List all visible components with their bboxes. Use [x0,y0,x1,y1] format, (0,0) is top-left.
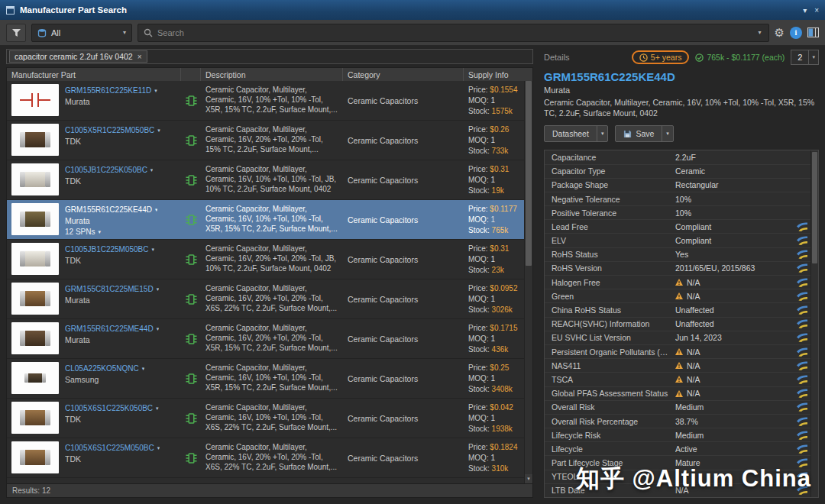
scrollbar-thumb[interactable] [526,81,532,266]
models-cell [181,121,201,160]
parameter-value: N/A [675,486,794,495]
manufacturer-part-cell: GRM155R61C225KE11D ▾ Murata [7,81,181,120]
part-dropdown-icon[interactable]: ▾ [157,445,160,451]
panel-menu-icon[interactable]: ▾ [803,6,807,15]
part-number-link[interactable]: C1005X6S1C225K050BC [65,404,153,412]
part-number-link[interactable]: CL05A225KO5NQNC [65,364,139,373]
supply-data-icon [794,361,810,370]
supply-data-icon [794,472,810,481]
stock-value: 23k [492,266,504,274]
search-input[interactable] [157,28,752,37]
table-row[interactable]: GRM155R61C225KE44D ▾ Murata 12 SPNs ▾ [7,200,524,240]
details-header: Details 5+ years 765k - $0.1177 (each) 2… [544,49,819,66]
capacitor-photo [20,212,50,227]
parameter-row: NAS411 N/A [545,359,810,373]
column-header-models[interactable] [181,68,201,81]
table-row[interactable]: CL05A225KO5NQNC ▾ Samsung [7,359,524,399]
column-header-manufacturer-part[interactable]: Manufacturer Part [7,68,181,81]
table-scrollbar[interactable]: ▾ [524,81,532,483]
parameter-value: Ceramic [675,166,794,176]
search-box[interactable]: ▾ [138,24,769,42]
part-dropdown-icon[interactable]: ▾ [157,128,160,134]
parameter-name: Overall Risk Percentage [552,417,675,426]
price-value: $0.1177 [490,205,516,213]
part-dropdown-icon[interactable]: ▾ [155,207,158,213]
filter-chip[interactable]: capacitor ceramic 2.2uf 16v 0402 × [9,50,147,63]
table-row[interactable]: C1005X5R1C225M050BC ▾ TDK [7,121,524,160]
part-dropdown-icon[interactable]: ▾ [157,326,160,332]
table-row[interactable]: C1005X6S1C225K050BC ▾ TDK [7,399,524,438]
part-dropdown-icon[interactable]: ▾ [156,405,159,412]
save-button[interactable]: Save ▾ [615,125,673,142]
search-icon [144,28,153,37]
part-number-link[interactable]: GRM155R61C225KE11D [65,86,151,95]
models-cell [181,319,201,358]
manufacturer-part-cell: C1005JB1C225K050BC ▾ TDK [7,160,181,199]
filter-button[interactable] [6,24,26,42]
capacitor-photo [20,172,50,187]
part-number-link[interactable]: C1005X5R1C225M050BC [65,126,154,134]
panel-close-icon[interactable]: × [814,6,819,15]
part-number-link[interactable]: C1005JB1C225K050BC [65,166,147,174]
part-number-link[interactable]: C1005X6S1C225M050BC [65,444,154,452]
details-scrollbar[interactable] [810,150,818,497]
gear-icon[interactable]: ⚙ [775,27,785,38]
datasheet-button[interactable]: Datasheet ▾ [544,125,608,142]
part-number-link[interactable]: C1005JB1C225M050BC [65,245,149,254]
table-row[interactable]: C1005X6S1C225M050BC ▾ TDK [7,438,524,478]
parameter-name: Capacitor Type [552,166,675,176]
scroll-down-icon[interactable]: ▾ [525,474,532,483]
table-row[interactable]: C1005JB1C225M050BC ▾ TDK [7,240,524,279]
parameter-name: LTB Date [552,486,675,495]
column-header-supply-info[interactable]: Supply Info [464,68,524,81]
parameter-name: EU SVHC List Version [552,333,675,342]
part-dropdown-icon[interactable]: ▾ [157,286,160,292]
table-row[interactable]: C1005JB1C225K050BC ▾ TDK [7,160,524,200]
capacitor-photo [24,373,46,383]
table-row[interactable]: GRM155R61C225KE11D ▾ Murata [7,81,524,121]
database-icon [37,28,47,37]
moq-value: 1 [490,454,495,462]
part-dropdown-icon[interactable]: ▾ [142,366,145,372]
part-number-link[interactable]: GRM155R61C225KE44D [65,205,152,214]
parameter-value: Mature [675,458,794,467]
part-dropdown-icon[interactable]: ▾ [150,167,154,173]
description-cell: Ceramic Capacitor, Multilayer, Ceramic, … [201,121,343,160]
detail-part-number: GRM155R61C225KE44D [544,70,819,83]
part-image [11,163,59,195]
parameter-name: REACH(SVHC) Information [552,319,675,328]
models-cell [181,438,201,477]
parameter-value: Unaffected [675,319,794,328]
part-dropdown-icon[interactable]: ▾ [152,247,155,253]
details-scrollbar-thumb[interactable] [812,152,817,263]
panel-titlebar[interactable]: Manufacturer Part Search ▾ × [0,0,825,20]
stock-value: 19k [492,186,504,195]
column-header-description[interactable]: Description [201,68,343,81]
table-row[interactable]: GRM155C81C225ME15D ▾ Murata [7,279,524,319]
search-scope-dropdown[interactable]: All ▾ [31,24,132,42]
capacitor-photo [20,450,50,465]
save-dropdown-icon[interactable]: ▾ [662,126,673,141]
datasheet-dropdown-icon[interactable]: ▾ [597,126,608,141]
parameter-row: RoHS Version 2011/65/EU, 2015/863 [545,262,810,276]
parameter-name: Global PFAS Assessment Status [552,389,675,398]
parameter-row: Negative Tolerance 10% [545,192,810,206]
results-pane: capacitor ceramic 2.2uf 16v 0402 × Manuf… [6,49,533,498]
table-row[interactable]: GRM155R61C225ME44D ▾ Murata [7,319,524,359]
info-icon[interactable]: i [790,27,802,39]
spns-link[interactable]: 12 SPNs ▾ [65,228,157,236]
chip-close-icon[interactable]: × [138,53,142,61]
manufacturer-name: Murata [65,216,157,225]
search-history-chevron-icon[interactable]: ▾ [757,29,763,36]
supplier-count-dropdown[interactable]: 2 ▾ [791,50,819,65]
component-model-icon [186,452,197,464]
column-header-category[interactable]: Category [343,68,464,81]
part-dropdown-icon[interactable]: ▾ [154,88,157,94]
part-number-link[interactable]: GRM155R61C225ME44D [65,325,154,333]
main-area: capacitor ceramic 2.2uf 16v 0402 × Manuf… [0,46,825,504]
part-number-link[interactable]: GRM155C81C225ME15D [65,285,154,293]
supply-data-icon [794,278,810,287]
panel-icon [6,6,15,15]
panels-layout-icon[interactable] [807,27,819,37]
parameter-row: ELV Compliant [545,234,810,247]
